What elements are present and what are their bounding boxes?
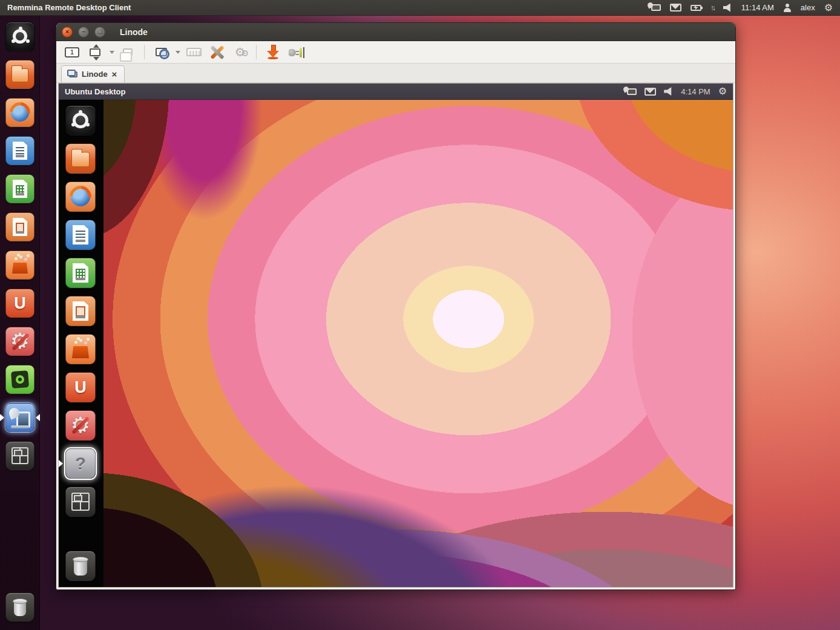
remote-launcher-item-unknown-window[interactable]: ? (65, 448, 96, 479)
settings-gear-icon: ⚙ (10, 330, 30, 352)
duplicate-connection-button[interactable] (118, 44, 137, 61)
window-titlebar[interactable]: × – □ Linode (56, 23, 735, 41)
desktop-root: { "host_panel": { "title": "Remmina Remo… (0, 0, 840, 630)
volume-waves-icon (672, 88, 677, 95)
remote-wallpaper (103, 100, 733, 587)
host-top-panel: Remmina Remote Desktop Client ↑↓ 11:14 A… (0, 0, 840, 16)
launcher-item-libreoffice-writer[interactable] (5, 136, 34, 165)
fit-window-icon (90, 48, 100, 56)
host-tray: ↑↓ 11:14 AM alex ⚙ (651, 3, 840, 13)
disconnect-plug-icon (287, 46, 304, 59)
launcher-item-remmina[interactable] (5, 403, 34, 432)
remote-tray: 4:14 PM ⚙ (627, 87, 733, 96)
host-clock[interactable]: 11:14 AM (741, 3, 774, 12)
toolbar-separator (144, 45, 145, 59)
fit-window-dropdown[interactable] (110, 51, 114, 54)
remote-launcher-item-firefox[interactable] (65, 182, 96, 212)
remote-unity-launcher: U ⚙ ? (59, 100, 103, 587)
window-maximize-button[interactable]: □ (94, 27, 105, 38)
question-mark-icon: ? (75, 453, 86, 474)
launcher-item-home-folder[interactable] (5, 60, 34, 89)
remote-clock[interactable]: 4:14 PM (681, 87, 710, 96)
ubuntu-one-letter: U (74, 378, 87, 397)
tools-button[interactable] (207, 44, 226, 61)
launcher-item-ubuntu-software[interactable] (5, 365, 34, 394)
scaled-mode-dropdown[interactable] (176, 51, 180, 54)
remote-top-panel: Ubuntu Desktop 4:14 PM ⚙ (59, 84, 733, 100)
remote-launcher-item-libreoffice-impress[interactable] (65, 296, 96, 326)
remote-launcher-item-ubuntu-one[interactable]: U (65, 372, 96, 402)
calc-page-icon (73, 263, 88, 283)
fullscreen-icon: 1 (65, 47, 79, 57)
launcher-item-libreoffice-calc[interactable] (5, 174, 34, 203)
connection-tab-icon (69, 71, 77, 77)
launcher-item-libreoffice-impress[interactable] (5, 212, 34, 241)
launcher-item-trash[interactable] (5, 592, 34, 622)
fullscreen-button[interactable]: 1 (62, 44, 82, 61)
tab-close-icon[interactable]: × (112, 70, 117, 79)
mail-indicator-icon[interactable] (670, 4, 681, 11)
gears-icon: ⚙⚙ (235, 46, 245, 58)
remote-launcher-item-system-settings[interactable]: ⚙ (65, 410, 96, 441)
host-unity-launcher: U ⚙ (0, 16, 40, 630)
minimize-to-tray-button[interactable] (263, 44, 283, 61)
network-arrows-icon[interactable]: ↑↓ (710, 4, 714, 12)
remote-launcher-item-libreoffice-calc[interactable] (65, 258, 96, 288)
launcher-item-workspace-switcher[interactable] (5, 441, 34, 470)
tools-icon (208, 44, 225, 60)
remote-launcher-item-software-center[interactable] (65, 334, 96, 364)
ubuntu-one-letter: U (14, 294, 26, 313)
minimize-to-tray-icon (267, 45, 279, 59)
user-menu[interactable]: alex (801, 3, 815, 12)
remmina-window: × – □ Linode 1 ⚙⚙ (56, 22, 736, 590)
tab-linode[interactable]: Linode × (61, 65, 125, 82)
writer-page-icon (73, 225, 88, 244)
impress-page-icon (13, 218, 27, 236)
window-title: Linode (120, 27, 148, 37)
keyboard-icon (186, 48, 202, 56)
launcher-item-software-center[interactable] (5, 251, 34, 280)
host-panel-title: Remmina Remote Desktop Client (0, 3, 131, 12)
remote-launcher-item-home-folder[interactable] (65, 143, 96, 174)
launcher-item-firefox[interactable] (5, 98, 34, 127)
remote-panel-title: Ubuntu Desktop (59, 87, 125, 96)
tab-label: Linode (82, 70, 108, 79)
remote-desktop-indicator-icon[interactable] (627, 88, 637, 95)
remote-launcher-item-trash[interactable] (65, 551, 96, 581)
remmina-keyboard-icon (11, 425, 29, 428)
remote-launcher-item-workspace-switcher[interactable] (65, 487, 96, 517)
scaled-mode-button[interactable] (151, 44, 171, 61)
remote-desktop-viewport[interactable]: Ubuntu Desktop 4:14 PM ⚙ (58, 83, 733, 588)
running-indicator-arrow (0, 414, 4, 421)
volume-waves-icon (731, 4, 737, 11)
launcher-item-dash-home[interactable] (5, 22, 34, 51)
connection-tabbar: Linode × (56, 64, 735, 83)
remote-launcher-item-dash-home[interactable] (65, 105, 96, 136)
window-close-button[interactable]: × (62, 27, 73, 38)
volume-indicator-icon[interactable] (664, 87, 673, 96)
remmina-toolbar: 1 ⚙⚙ (56, 41, 735, 64)
session-gear-icon[interactable]: ⚙ (824, 3, 833, 13)
battery-indicator-icon[interactable] (691, 5, 701, 11)
toolbar-separator (256, 45, 257, 59)
duplicate-icon (123, 48, 133, 56)
session-gear-icon[interactable]: ⚙ (718, 87, 727, 96)
remote-launcher-item-libreoffice-writer[interactable] (65, 220, 96, 250)
settings-gear-icon: ⚙ (71, 415, 90, 436)
writer-page-icon (13, 142, 27, 160)
mail-indicator-icon[interactable] (645, 88, 656, 96)
disconnect-button[interactable] (286, 44, 306, 61)
scaled-mode-icon (156, 48, 167, 56)
launcher-item-ubuntu-one[interactable]: U (5, 289, 34, 318)
launcher-item-system-settings[interactable]: ⚙ (5, 327, 34, 356)
calc-page-icon (13, 180, 27, 198)
focused-indicator-arrow (36, 414, 40, 421)
fit-window-button[interactable] (85, 44, 105, 61)
impress-page-icon (73, 301, 88, 321)
volume-indicator-icon[interactable] (723, 4, 732, 12)
user-icon (783, 4, 792, 12)
preferences-button[interactable]: ⚙⚙ (230, 44, 249, 61)
window-minimize-button[interactable]: – (78, 27, 89, 38)
remote-desktop-indicator-icon[interactable] (651, 4, 661, 11)
grab-keyboard-button[interactable] (184, 44, 203, 61)
